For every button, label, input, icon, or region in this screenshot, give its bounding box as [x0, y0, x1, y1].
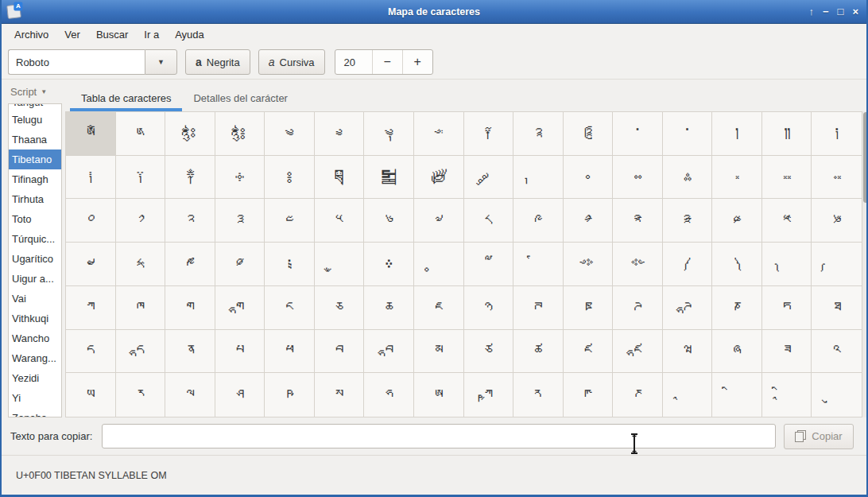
character-cell[interactable]: ༮: [762, 199, 812, 243]
character-cell[interactable]: ཱི: [762, 373, 812, 417]
character-cell[interactable]: ༥: [315, 199, 365, 243]
script-dropdown-button[interactable]: Script ▼: [8, 81, 62, 102]
script-item-ugartico[interactable]: Ugarítico: [9, 249, 61, 269]
character-cell[interactable]: ༬: [663, 199, 713, 243]
font-name-entry[interactable]: Roboto: [8, 49, 145, 75]
character-cell[interactable]: བ: [315, 330, 365, 374]
character-cell[interactable]: ཬ: [613, 373, 663, 417]
character-cell[interactable]: བྷ: [364, 330, 414, 374]
character-cell[interactable]: ག: [165, 286, 215, 330]
copy-button[interactable]: Copiar: [784, 424, 853, 449]
character-cell[interactable]: ༄: [265, 112, 315, 156]
character-cell[interactable]: ཡ: [66, 373, 116, 417]
character-cell[interactable]: ༾: [762, 243, 812, 286]
character-cell[interactable]: ཱ: [663, 373, 713, 417]
character-cell[interactable]: ༶: [364, 243, 414, 286]
menu-buscar[interactable]: Buscar: [88, 25, 136, 44]
character-cell[interactable]: ༟: [812, 156, 862, 200]
character-cell[interactable]: ཐ: [812, 286, 862, 330]
character-cell[interactable]: ཨ: [414, 373, 464, 417]
menu-archivo[interactable]: Archivo: [6, 25, 56, 44]
character-cell[interactable]: ༑: [116, 156, 166, 200]
character-cell[interactable]: ༿: [812, 243, 862, 286]
script-item-yezidi[interactable]: Yezidi: [9, 368, 61, 388]
character-cell[interactable]: ཌྷ: [663, 286, 713, 330]
character-cell[interactable]: ཚ: [513, 330, 564, 374]
character-cell[interactable]: ༠: [66, 199, 116, 243]
character-cell[interactable]: པ: [215, 330, 265, 374]
character-cell[interactable]: ༚: [564, 156, 614, 200]
character-cell[interactable]: ད: [66, 330, 116, 374]
character-cell[interactable]: ༛: [613, 156, 663, 200]
character-cell[interactable]: ༜: [663, 156, 713, 200]
script-item-yi[interactable]: Yi: [9, 388, 61, 408]
character-cell[interactable]: ༃: [215, 112, 265, 156]
character-cell[interactable]: ༗: [414, 156, 464, 200]
character-cell[interactable]: ཥ: [265, 373, 315, 417]
character-cell[interactable]: ༙: [513, 156, 564, 200]
character-cell[interactable]: ར: [116, 373, 166, 417]
font-size-decrease-button[interactable]: −: [372, 50, 402, 74]
tab-tabla-de-caracteres[interactable]: Tabla de caracteres: [70, 85, 182, 111]
character-cell[interactable]: ་: [613, 112, 663, 156]
character-cell[interactable]: འ: [812, 330, 862, 374]
character-cell[interactable]: ༀ: [66, 112, 116, 156]
character-cell[interactable]: ༽: [712, 243, 762, 286]
menu-ir-a[interactable]: Ir a: [136, 25, 167, 44]
character-cell[interactable]: ཋ: [564, 286, 614, 330]
character-cell[interactable]: ཪ: [513, 373, 564, 417]
menu-ayuda[interactable]: Ayuda: [167, 25, 212, 44]
script-item-toto[interactable]: Toto: [9, 209, 61, 229]
character-cell[interactable]: ཤ: [215, 373, 265, 417]
character-cell[interactable]: ༩: [513, 199, 564, 243]
font-size-increase-button[interactable]: +: [402, 50, 432, 74]
character-cell[interactable]: ༪: [564, 199, 614, 243]
character-cell[interactable]: ཀ: [66, 286, 116, 330]
italic-toggle-button[interactable]: a Cursiva: [258, 49, 325, 75]
character-cell[interactable]: ༳: [215, 243, 265, 286]
character-cell[interactable]: ཉ: [464, 286, 514, 330]
character-cell[interactable]: ༅: [315, 112, 365, 156]
character-cell[interactable]: ཏ: [762, 286, 812, 330]
character-cell[interactable]: ༼: [663, 243, 713, 286]
character-cell[interactable]: ཝ: [663, 330, 713, 374]
character-cell[interactable]: ༉: [513, 112, 564, 156]
minimize-button[interactable]: −: [823, 6, 829, 17]
character-cell[interactable]: ཟ: [762, 330, 812, 374]
titlebar[interactable]: A Mapa de caracteres ↑−□×: [2, 0, 866, 24]
character-cell[interactable]: ༰: [66, 243, 116, 286]
script-item-zanaba[interactable]: Zanaba...: [9, 408, 61, 417]
character-cell[interactable]: ཫ: [564, 373, 614, 417]
script-item-warang[interactable]: Warang...: [9, 348, 61, 368]
character-cell[interactable]: ༡: [116, 199, 166, 243]
font-combo[interactable]: Roboto ▼: [8, 49, 177, 75]
character-cell[interactable]: ༭: [712, 199, 762, 243]
character-cell[interactable]: ༸: [464, 243, 514, 286]
character-cell[interactable]: ༞: [762, 156, 812, 200]
character-cell[interactable]: ༺: [564, 243, 614, 286]
script-item-uigura[interactable]: Uigur a...: [9, 269, 61, 289]
character-cell[interactable]: ༕: [315, 156, 365, 200]
character-cell[interactable]: ཀྵ: [464, 373, 514, 417]
character-cell[interactable]: ༌: [663, 112, 713, 156]
script-item-vai[interactable]: Vai: [9, 289, 61, 309]
script-item-trquic[interactable]: Túrquic...: [9, 229, 61, 249]
character-cell[interactable]: ༇: [414, 112, 464, 156]
character-cell[interactable]: ༷: [414, 243, 464, 286]
character-cell[interactable]: ༖: [364, 156, 414, 200]
character-cell[interactable]: ༈: [464, 112, 514, 156]
character-cell[interactable]: ཧ: [364, 373, 414, 417]
character-cell[interactable]: ༤: [265, 199, 315, 243]
maximize-button[interactable]: □: [838, 6, 844, 17]
character-cell[interactable]: ༂: [165, 112, 215, 156]
character-cell[interactable]: ཛྷ: [613, 330, 663, 374]
character-cell[interactable]: ཊ: [513, 286, 564, 330]
menu-ver[interactable]: Ver: [56, 25, 88, 44]
character-cell[interactable]: ས: [315, 373, 365, 417]
rollup-button[interactable]: ↑: [808, 6, 814, 17]
character-cell[interactable]: མ: [414, 330, 464, 374]
script-item-tibetano[interactable]: Tibetano: [9, 149, 61, 169]
character-cell[interactable]: གྷ: [215, 286, 265, 330]
vertical-scrollbar[interactable]: [862, 111, 868, 417]
character-cell[interactable]: ༲: [165, 243, 215, 286]
